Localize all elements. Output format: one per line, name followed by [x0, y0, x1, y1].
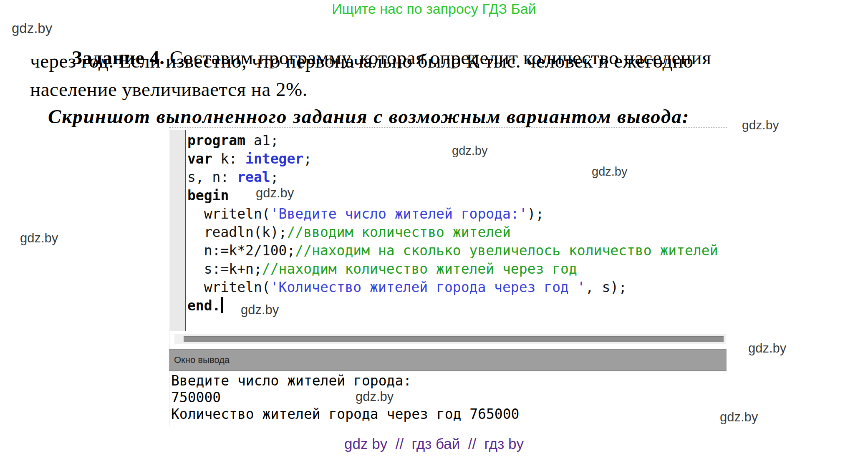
code-token: , s);	[585, 279, 627, 295]
code-line: writeln('Количество жителей города через…	[187, 278, 718, 297]
code-token: end.	[187, 297, 220, 314]
code-token: s, n:	[187, 169, 237, 185]
code-line: readln(k);//вводим количество жителей	[187, 223, 718, 242]
gdz-watermark: gdz.by	[241, 303, 279, 317]
gdz-watermark: gdz.by	[356, 390, 394, 404]
task-line-2: через год. Если известно, что первоначал…	[30, 48, 693, 73]
footer-links: gdz by // гдз бай // гдз by	[0, 436, 868, 452]
code-token: //находим на сколько увеличелось количес…	[295, 242, 718, 259]
task-line-3: население увеличивается на 2%.	[30, 77, 308, 102]
code-token: ;	[270, 169, 279, 185]
code-token: //вводим количество жителей	[287, 224, 510, 240]
output-window-title: Окно вывода	[174, 355, 230, 365]
code-token: program	[187, 132, 245, 149]
gdz-watermark: gdz.by	[12, 21, 52, 36]
code-line: n:=k*2/100;//находим на сколько увеличел…	[187, 242, 718, 260]
code-token: k:	[212, 151, 245, 167]
code-token: writeln(	[187, 206, 270, 222]
code-line: s, n: real;	[187, 168, 718, 186]
gdz-watermark: gdz.by	[20, 231, 58, 245]
code-token: //находим количество жителей через год	[262, 261, 577, 277]
code-token: 'Введите число жителей города:'	[270, 206, 527, 222]
code-line: writeln('Введите число жителей города:')…	[187, 205, 718, 223]
gdz-watermark: gdz.by	[748, 341, 786, 355]
code-token: 'Количество жителей города через год '	[270, 279, 585, 295]
output-window-titlebar: Окно вывода	[169, 349, 727, 371]
output-text: Введите число жителей города: 750000 Кол…	[171, 373, 726, 423]
editor-gutter	[170, 130, 186, 331]
scrollbar-thumb[interactable]	[184, 336, 724, 342]
code-token: integer	[245, 151, 303, 167]
promo-banner: Ищите нас по запросу ГДЗ Бай	[0, 1, 868, 17]
code-token: s:=k+n;	[187, 261, 262, 277]
code-token: readln(k);	[187, 224, 287, 240]
code-line: s:=k+n;//находим количество жителей чере…	[187, 260, 718, 278]
gdz-watermark: gdz.by	[742, 118, 779, 132]
gdz-watermark: gdz.by	[256, 186, 294, 200]
code-token: writeln(	[187, 279, 270, 295]
gdz-watermark: gdz.by	[452, 144, 487, 158]
code-token: begin	[187, 187, 229, 204]
gdz-watermark: gdz.by	[592, 165, 627, 179]
code-token: var	[187, 151, 212, 167]
code-token: n:=k*2/100;	[187, 242, 295, 259]
code-token: );	[527, 206, 544, 222]
task-subtitle: Скриншот выполненного задания с возможны…	[48, 105, 689, 128]
page: Ищите нас по запросу ГДЗ Бай Задание 4. …	[0, 0, 868, 456]
code-token: a1;	[245, 132, 278, 149]
code-token: real	[237, 169, 270, 185]
code-token: ;	[303, 151, 312, 167]
horizontal-scrollbar[interactable]	[174, 334, 726, 344]
text-cursor	[221, 297, 223, 313]
gdz-watermark: gdz.by	[720, 410, 758, 424]
code-area: program a1;var k: integer;s, n: real;beg…	[187, 131, 718, 315]
